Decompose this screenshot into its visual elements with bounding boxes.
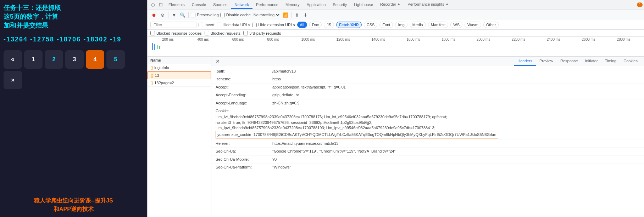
detail-tab-cookies[interactable]: Cookies bbox=[620, 57, 641, 66]
request-item-13[interactable]: {} 13 bbox=[148, 72, 211, 79]
hide-data-urls-checkbox[interactable] bbox=[217, 23, 221, 27]
third-party-checkbox[interactable] bbox=[243, 31, 248, 35]
detail-tab-preview[interactable]: Preview bbox=[536, 57, 557, 66]
devtools-tabs: ⬡ ☐ Elements Console Sources Network Per… bbox=[148, 0, 644, 10]
clear-button[interactable]: ⊘ bbox=[159, 11, 166, 18]
invert-checkbox[interactable] bbox=[199, 23, 203, 27]
type-btn-manifest[interactable]: Manifest bbox=[428, 22, 449, 28]
page-4-btn[interactable]: 4 bbox=[86, 50, 104, 69]
hide-data-urls-label[interactable]: Hide data URLs bbox=[217, 23, 250, 27]
request-name-13page2: 13?page=2 bbox=[154, 81, 208, 85]
tab-security[interactable]: Security bbox=[329, 1, 350, 9]
hide-extension-urls-checkbox[interactable] bbox=[252, 23, 257, 27]
third-party-text: 3rd-party requests bbox=[249, 31, 281, 35]
request-item-13page2[interactable]: {} 13?page=2 bbox=[148, 79, 211, 87]
headers-content: :path: /api/match/13 :scheme: https Acce… bbox=[211, 66, 644, 217]
filter-input[interactable] bbox=[150, 22, 196, 28]
pagination: « 1 2 3 4 5 » bbox=[4, 50, 144, 89]
export-button[interactable]: ⬇ bbox=[302, 11, 309, 18]
type-btn-fetch[interactable]: Fetch/XHR bbox=[336, 22, 362, 28]
request-list-header: Name bbox=[148, 57, 211, 64]
blocked-cookies-label[interactable]: Blocked response cookies bbox=[150, 31, 202, 35]
throttle-select[interactable]: No throttling bbox=[252, 12, 281, 17]
blocked-requests-checkbox[interactable] bbox=[205, 31, 209, 35]
close-detail-button[interactable]: ✕ bbox=[214, 57, 221, 65]
preserve-log-label[interactable]: Preserve log bbox=[191, 13, 219, 17]
type-btn-font[interactable]: Font bbox=[379, 22, 393, 28]
header-value-accept: application/json, text/javascript, */*; … bbox=[272, 85, 640, 90]
request-item-login[interactable]: {} loginInfo bbox=[148, 64, 211, 72]
tab-performance[interactable]: Performance bbox=[252, 1, 282, 9]
next-page-btn[interactable]: » bbox=[4, 71, 22, 89]
devtools-icon-device[interactable]: ☐ bbox=[157, 1, 165, 9]
header-row-accept-encoding: Accept-Encoding: gzip, deflate, br bbox=[211, 91, 644, 99]
type-btn-css[interactable]: CSS bbox=[364, 22, 378, 28]
page-2-btn[interactable]: 2 bbox=[45, 50, 63, 69]
page-5-btn[interactable]: 5 bbox=[106, 50, 125, 69]
detail-tab-initiator[interactable]: Initiator bbox=[582, 57, 601, 66]
hide-extension-urls-label[interactable]: Hide extension URLs bbox=[252, 23, 295, 27]
request-name-login: loginInfo bbox=[154, 65, 208, 70]
page-3-btn[interactable]: 3 bbox=[65, 50, 84, 69]
header-value-cookie-main: Hm_lvt_9bcbda9cbf86757998a2339a0437208e=… bbox=[216, 114, 447, 131]
header-name-cookie: Cookie: bbox=[216, 108, 272, 114]
tab-memory[interactable]: Memory bbox=[282, 1, 303, 9]
type-btn-other[interactable]: Other bbox=[483, 22, 499, 28]
header-name-accept-encoding: Accept-Encoding: bbox=[216, 92, 272, 98]
search-button[interactable]: 🔍 bbox=[179, 11, 186, 18]
tab-console[interactable]: Console bbox=[188, 1, 210, 9]
type-btn-img[interactable]: Img bbox=[395, 22, 407, 28]
invert-label[interactable]: Invert bbox=[199, 23, 215, 27]
tab-network[interactable]: Network bbox=[231, 1, 252, 9]
tab-elements[interactable]: Elements bbox=[165, 1, 188, 9]
preserve-log-checkbox[interactable] bbox=[191, 13, 195, 17]
detail-tab-timing[interactable]: Timing bbox=[601, 57, 620, 66]
tab-recorder[interactable]: Recorder ✦ bbox=[377, 1, 404, 9]
type-btn-media[interactable]: Media bbox=[410, 22, 426, 28]
tab-sources[interactable]: Sources bbox=[210, 1, 231, 9]
record-button[interactable]: ⏺ bbox=[150, 11, 157, 18]
timeline-label-1800: 1800 ms bbox=[431, 38, 466, 41]
header-value-scheme: https bbox=[272, 76, 640, 82]
left-panel: 任务十三：还是抓取 这5页的数字，计算 加和并提交结果 -13264 -1275… bbox=[0, 0, 147, 217]
import-button[interactable]: ⬆ bbox=[294, 11, 301, 18]
type-btn-js[interactable]: JS bbox=[324, 22, 334, 28]
type-btn-doc[interactable]: Doc bbox=[309, 22, 322, 28]
type-btn-all[interactable]: All bbox=[297, 22, 307, 28]
timeline-label-800: 800 ms bbox=[256, 38, 291, 41]
header-row-referer: Referer: https://match.yuanrenxue.cn/mat… bbox=[211, 140, 644, 148]
wifi-button[interactable]: 📶 bbox=[282, 11, 289, 18]
prev-page-btn[interactable]: « bbox=[4, 50, 22, 69]
timeline-label-1600: 1600 ms bbox=[396, 38, 431, 41]
page-1-btn[interactable]: 1 bbox=[24, 50, 43, 69]
tab-perf-insights[interactable]: Performance insights ✦ bbox=[404, 1, 452, 9]
disable-cache-checkbox[interactable] bbox=[220, 13, 225, 17]
type-btn-ws[interactable]: WS bbox=[450, 22, 462, 28]
bottom-text: 猿人学爬虫逆向进阶课--提升JS 和APP逆向技术 bbox=[4, 196, 144, 213]
detail-tab-headers[interactable]: Headers bbox=[514, 57, 536, 66]
header-name-path: :path: bbox=[216, 69, 272, 74]
third-party-label[interactable]: 3rd-party requests bbox=[243, 31, 281, 35]
timeline-label-2400: 2400 ms bbox=[536, 38, 571, 41]
network-toolbar: ⏺ ⊘ ▼ 🔍 Preserve log Disable cache No th… bbox=[148, 10, 644, 20]
type-btn-wasm[interactable]: Wasm bbox=[465, 22, 481, 28]
header-name-sec-ch-ua: Sec-Ch-Ua: bbox=[216, 149, 272, 154]
disable-cache-label[interactable]: Disable cache bbox=[220, 13, 251, 17]
filter-toggle-button[interactable]: ▼ bbox=[171, 11, 178, 18]
preserve-log-text: Preserve log bbox=[197, 13, 219, 17]
devtools-icon-cursor[interactable]: ⬡ bbox=[149, 1, 157, 9]
tab-lighthouse[interactable]: Lighthouse bbox=[350, 1, 377, 9]
blocked-requests-label[interactable]: Blocked requests bbox=[205, 31, 240, 35]
task-text: 任务十三：还是抓取 这5页的数字，计算 加和并提交结果 bbox=[4, 4, 144, 30]
header-value-cookie-yuanrenxue: yuanrenxue_cookie=1700788449|E2tCDBcAKTy… bbox=[216, 131, 498, 138]
blocked-cookies-checkbox[interactable] bbox=[150, 31, 155, 35]
tab-application[interactable]: Application bbox=[303, 1, 329, 9]
timeline-label-1000: 1000 ms bbox=[290, 38, 326, 41]
blocked-requests-text: Blocked requests bbox=[211, 31, 240, 35]
header-row-accept: Accept: application/json, text/javascrip… bbox=[211, 84, 644, 91]
request-list: Name {} loginInfo {} 13 {} 13?page=2 bbox=[148, 57, 211, 217]
timeline-canvas bbox=[148, 41, 644, 56]
detail-tab-response[interactable]: Response bbox=[557, 57, 582, 66]
header-value-sec-ch-ua-mobile: ?0 bbox=[272, 157, 640, 162]
timeline-label-400: 400 ms bbox=[185, 38, 221, 41]
